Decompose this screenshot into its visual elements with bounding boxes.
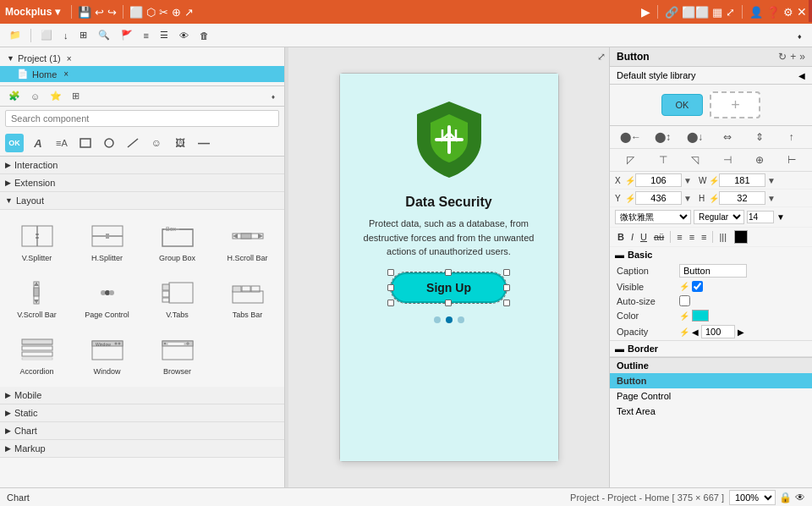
app-brand[interactable]: Mockplus ▾ bbox=[5, 6, 60, 18]
rh-refresh-btn[interactable]: ↻ bbox=[778, 51, 787, 63]
toolbar-grid-btn[interactable]: ⊞ bbox=[75, 27, 91, 43]
handle-bm[interactable] bbox=[445, 300, 452, 306]
toolbar-list2-btn[interactable]: ☰ bbox=[156, 27, 173, 43]
handle-tr[interactable] bbox=[503, 269, 510, 276]
opacity-arrow-left[interactable]: ◀ bbox=[692, 327, 699, 337]
comp-tb-grid[interactable]: ⊞ bbox=[69, 89, 83, 103]
preview-add-btn[interactable]: + bbox=[710, 91, 760, 118]
toolbar-flag-btn[interactable]: 🚩 bbox=[117, 27, 137, 43]
align-tl-btn[interactable]: ◸ bbox=[615, 152, 646, 168]
comp-hsplitter[interactable]: H.Splitter bbox=[74, 215, 140, 268]
comp-window[interactable]: Window Window bbox=[74, 328, 140, 382]
align-text-left[interactable]: ≡ bbox=[674, 231, 684, 243]
comp-tb-collapse[interactable]: ⬧ bbox=[267, 90, 279, 102]
font-family-select[interactable]: 微软雅黑 bbox=[615, 210, 691, 224]
frame-btn[interactable]: ⬜ bbox=[129, 6, 143, 19]
canvas-area[interactable]: ⤢ bbox=[288, 47, 609, 487]
help-btn[interactable]: ❓ bbox=[766, 6, 780, 19]
border-section-header[interactable]: ▬ Border bbox=[610, 341, 812, 356]
arrow-btn[interactable]: ↗ bbox=[184, 6, 194, 19]
w-input[interactable] bbox=[719, 173, 765, 187]
underline-btn[interactable]: U bbox=[638, 231, 650, 243]
w-arrow-down[interactable]: ▼ bbox=[767, 176, 776, 185]
type-btn-active[interactable]: OK bbox=[5, 134, 24, 152]
tree-file-close[interactable]: × bbox=[63, 69, 69, 79]
handle-br[interactable] bbox=[503, 300, 510, 306]
basic-section-header[interactable]: ▬ Basic bbox=[610, 247, 812, 262]
comp-vscrollbar[interactable]: V.Scroll Bar bbox=[3, 272, 70, 325]
type-btn-textlist[interactable]: ≡A bbox=[52, 134, 71, 152]
bold-btn[interactable]: B bbox=[615, 231, 627, 243]
type-btn-minus[interactable]: — bbox=[195, 134, 213, 152]
canvas-scroll[interactable]: Data Security Protect data, such as a da… bbox=[288, 47, 609, 487]
toolbar-search-btn[interactable]: 🔍 bbox=[94, 27, 114, 43]
toolbar-eye-btn[interactable]: 👁 bbox=[175, 28, 193, 43]
autosize-checkbox[interactable] bbox=[679, 295, 690, 306]
play-btn[interactable]: ▶ bbox=[641, 5, 650, 19]
dot-1[interactable] bbox=[446, 316, 453, 323]
opacity-arrow-right[interactable]: ▶ bbox=[738, 327, 744, 337]
dot-0[interactable] bbox=[434, 316, 441, 323]
outline-item-textarea[interactable]: Text Area bbox=[610, 404, 812, 419]
lock-btn[interactable]: 🔒 bbox=[779, 492, 792, 503]
visible-checkbox[interactable] bbox=[692, 281, 703, 292]
plus-btn[interactable]: ⊕ bbox=[172, 6, 181, 19]
italic-btn[interactable]: I bbox=[628, 231, 636, 243]
rh-add-btn[interactable]: + bbox=[790, 51, 796, 63]
strikethrough-btn[interactable]: aü bbox=[651, 231, 667, 243]
y-arrow-down[interactable]: ▼ bbox=[683, 194, 692, 203]
comp-tb-puzzle[interactable]: 🧩 bbox=[5, 89, 24, 103]
type-btn-rect[interactable] bbox=[76, 134, 95, 152]
search-input[interactable] bbox=[5, 110, 279, 127]
text-bars-btn[interactable]: ||| bbox=[716, 231, 729, 243]
x-input[interactable] bbox=[635, 173, 682, 187]
handle-bl[interactable] bbox=[387, 300, 394, 306]
tree-file-row[interactable]: 📄 Home × bbox=[0, 66, 284, 82]
section-label-extension[interactable]: Extension bbox=[14, 178, 55, 188]
h-arrow-down[interactable]: ▼ bbox=[767, 194, 776, 203]
handle-ml[interactable] bbox=[387, 284, 394, 291]
outline-item-pagecontrol[interactable]: Page Control bbox=[610, 388, 812, 404]
section-label-interaction[interactable]: Interaction bbox=[14, 160, 58, 170]
section-label-layout[interactable]: Layout bbox=[16, 195, 44, 206]
handle-tm[interactable] bbox=[445, 269, 452, 276]
font-size-arrow[interactable]: ▼ bbox=[776, 212, 785, 222]
save-btn[interactable]: 💾 bbox=[78, 6, 91, 19]
opacity-input[interactable] bbox=[701, 325, 735, 338]
redo-btn[interactable]: ↪ bbox=[107, 6, 117, 19]
tree-project-close[interactable]: × bbox=[67, 54, 72, 63]
align-ml-btn[interactable]: ⊣ bbox=[711, 152, 743, 168]
align-center-h-btn[interactable]: ⬤↕ bbox=[647, 129, 678, 145]
comp-browser[interactable]: Browser bbox=[144, 328, 211, 382]
align-tr-btn[interactable]: ◹ bbox=[679, 152, 710, 168]
section-label-markup[interactable]: Markup bbox=[14, 443, 46, 454]
canvas-expand-btn[interactable]: ⤢ bbox=[597, 51, 606, 63]
undo-btn[interactable]: ↩ bbox=[95, 6, 104, 19]
type-btn-circle[interactable] bbox=[100, 134, 118, 152]
type-btn-line[interactable] bbox=[123, 134, 142, 152]
settings-btn[interactable]: ⚙ bbox=[783, 6, 793, 19]
section-label-static[interactable]: Static bbox=[14, 408, 38, 418]
type-btn-emoji2[interactable]: ☺ bbox=[147, 134, 166, 152]
x-arrow-down[interactable]: ▼ bbox=[683, 176, 692, 185]
align-top-btn[interactable]: ↑ bbox=[776, 129, 807, 145]
align-left-btn[interactable]: ⬤← bbox=[615, 129, 646, 145]
handle-tl[interactable] bbox=[387, 269, 394, 276]
devices-btn[interactable]: ⬜⬜ bbox=[682, 6, 709, 19]
comp-tb-star[interactable]: ⭐ bbox=[47, 89, 65, 103]
toolbar-add-btn[interactable]: ⬜ bbox=[36, 27, 57, 43]
align-tc-btn[interactable]: ⊤ bbox=[647, 152, 678, 168]
eye-btn[interactable]: 👁 bbox=[795, 492, 805, 503]
toolbar-delete-btn[interactable]: 🗑 bbox=[195, 28, 213, 43]
comp-tabsbar[interactable]: Tabs Bar bbox=[214, 272, 281, 325]
section-label-mobile[interactable]: Mobile bbox=[14, 390, 41, 400]
comp-tb-emoji[interactable]: ☺ bbox=[27, 90, 43, 103]
handle-mr[interactable] bbox=[503, 284, 510, 291]
h-input[interactable] bbox=[719, 191, 765, 205]
share-btn[interactable]: 🔗 bbox=[665, 6, 678, 19]
grid-btn[interactable]: ⬡ bbox=[146, 6, 156, 19]
toolbar-folder-btn[interactable]: 📁 bbox=[5, 27, 25, 43]
toolbar-collapse-btn[interactable]: ⬧ bbox=[793, 28, 807, 43]
color-swatch-cyan[interactable] bbox=[692, 310, 709, 322]
layout-btn[interactable]: ▦ bbox=[712, 6, 722, 19]
